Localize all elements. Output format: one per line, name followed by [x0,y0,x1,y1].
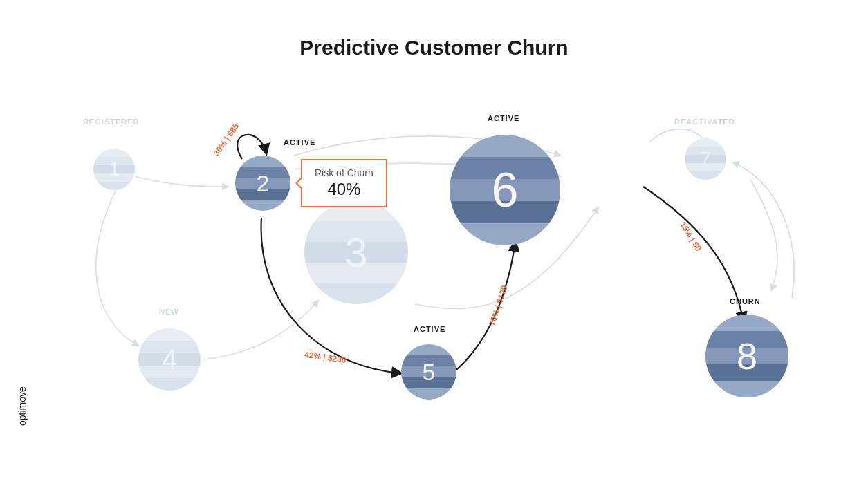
tooltip-label: Risk of Churn [315,167,373,178]
churn-state-diagram: REGISTERED 1 ACTIVE 2 3 NEW 4 ACTIVE 5 A… [0,97,868,442]
node-churn: 8 [705,315,788,397]
edge-label-5-6: 70% | $120 [487,284,509,327]
node-8-number: 8 [737,335,757,377]
node-1-number: 1 [109,158,120,180]
node-7-number: 7 [700,148,711,170]
node-active-5: 5 [401,344,456,400]
node-registered: 1 [93,149,135,190]
edge-label-2-5: 42% | $230 [304,350,347,365]
node-4-number: 4 [162,344,177,375]
node-3: 3 [304,200,408,304]
node-6-number: 6 [492,162,519,218]
node-5-label: ACTIVE [414,325,445,333]
node-active-2: 2 [235,156,290,211]
node-6-label: ACTIVE [488,114,519,122]
node-3-number: 3 [344,229,367,276]
node-new: 4 [138,328,201,391]
tooltip-value: 40% [315,180,373,199]
edge-label-self-2: 30% | $85 [212,122,241,158]
node-2-label: ACTIVE [284,138,315,147]
node-8-label: CHURN [730,297,761,306]
node-5-number: 5 [423,359,436,386]
risk-of-churn-tooltip: Risk of Churn 40% [301,159,387,207]
node-4-label: NEW [159,308,179,316]
node-active-6: 6 [450,135,560,245]
node-7-label: REACTIVATED [674,118,735,126]
node-2-number: 2 [257,170,270,197]
diagram-title: Predictive Customer Churn [0,36,868,59]
brand-watermark: optimove [17,386,28,426]
node-1-label: REGISTERED [83,118,140,126]
edge-label-6-8: 15% | $0 [678,220,703,253]
node-reactivated: 7 [685,138,726,180]
